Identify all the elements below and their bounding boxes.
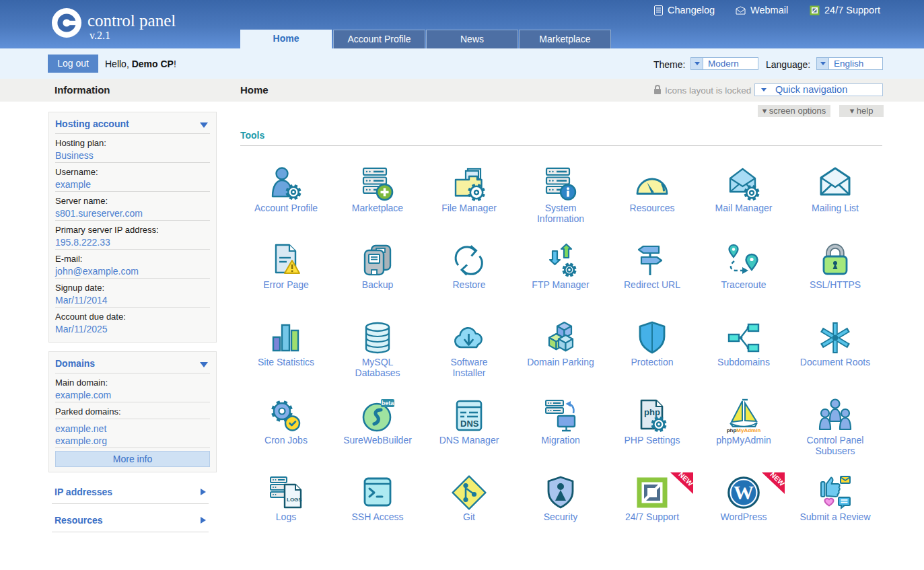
svg-text:php: php [644, 407, 660, 417]
svg-text:W: W [734, 481, 754, 503]
svg-text:LOGS: LOGS [287, 497, 302, 503]
svg-text:phpMyAdmin: phpMyAdmin [727, 427, 761, 433]
svg-text:DNS: DNS [460, 419, 479, 429]
svg-text:beta: beta [382, 400, 395, 406]
